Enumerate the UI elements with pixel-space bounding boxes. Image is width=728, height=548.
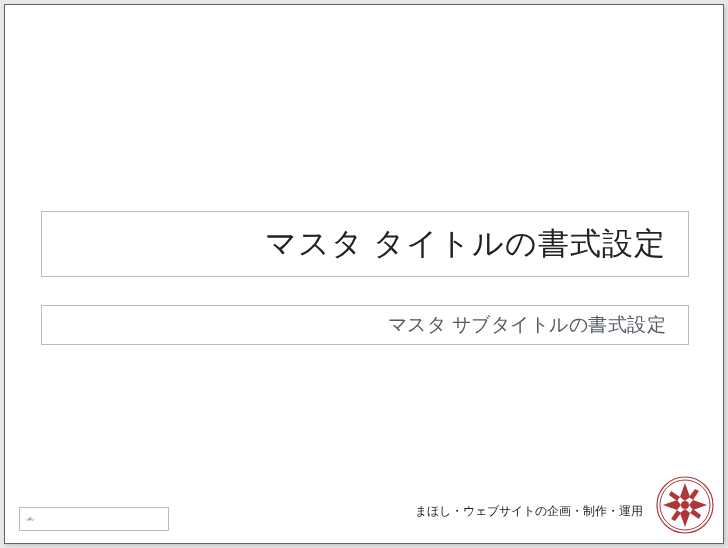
subtitle-placeholder[interactable]: マスタ サブタイトルの書式設定 bbox=[41, 305, 689, 345]
page-number-placeholder[interactable]: ‹#› bbox=[19, 507, 169, 531]
svg-point-2 bbox=[681, 501, 689, 509]
subtitle-text: マスタ サブタイトルの書式設定 bbox=[388, 312, 666, 338]
footer-text: まほし・ウェブサイトの企画・制作・運用 bbox=[415, 504, 643, 519]
title-text: マスタ タイトルの書式設定 bbox=[265, 223, 666, 265]
logo-emblem-icon bbox=[655, 475, 715, 535]
slide-canvas: マスタ タイトルの書式設定 マスタ サブタイトルの書式設定 ‹#› まほし・ウェ… bbox=[4, 4, 724, 544]
page-number-text: ‹#› bbox=[26, 515, 34, 523]
title-placeholder[interactable]: マスタ タイトルの書式設定 bbox=[41, 211, 689, 277]
